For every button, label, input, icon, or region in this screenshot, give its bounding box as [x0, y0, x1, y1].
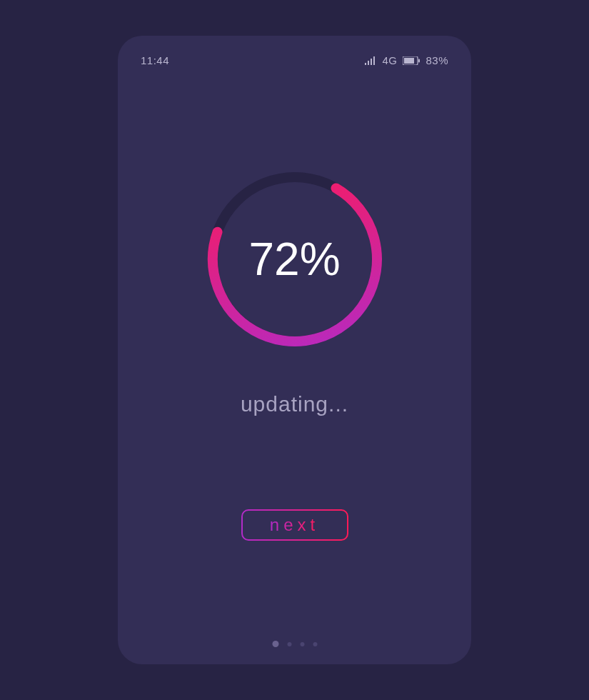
svg-rect-1 [368, 61, 369, 65]
signal-icon [365, 56, 376, 65]
page-dot[interactable] [313, 642, 317, 646]
svg-rect-3 [373, 56, 375, 65]
svg-rect-5 [404, 58, 414, 64]
phone-frame: 11:44 4G 83% [118, 36, 471, 664]
page-indicator [272, 641, 317, 647]
page-dot[interactable] [287, 642, 291, 646]
status-time: 11:44 [141, 54, 169, 66]
page-dot[interactable] [300, 642, 304, 646]
battery-icon [403, 56, 420, 65]
status-text: updating... [241, 392, 348, 416]
next-button-label: next [270, 515, 319, 535]
main-content: 72% updating... next [141, 66, 448, 647]
next-button[interactable]: next [241, 509, 348, 541]
battery-percent: 83% [426, 54, 448, 66]
progress-ring: 72% [202, 166, 388, 352]
progress-percent-label: 72% [248, 233, 340, 286]
svg-rect-2 [371, 59, 372, 65]
svg-rect-0 [365, 63, 366, 65]
status-bar: 11:44 4G 83% [141, 54, 448, 66]
status-right: 4G 83% [365, 54, 448, 66]
page-dot[interactable] [272, 641, 278, 647]
network-label: 4G [382, 54, 397, 66]
svg-rect-6 [418, 59, 420, 62]
